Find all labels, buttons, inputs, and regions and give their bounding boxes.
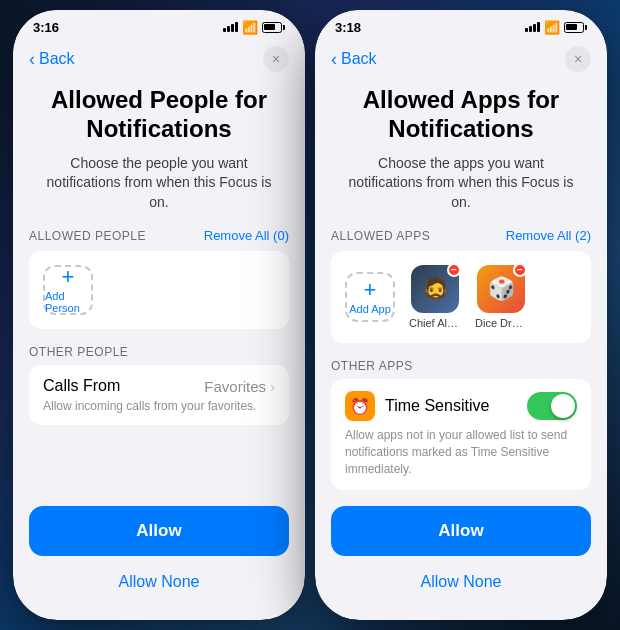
ts-label: Time Sensitive xyxy=(385,397,489,415)
status-bar-2: 3:18 📶 xyxy=(315,10,607,38)
ts-hint: Allow apps not in your allowed list to s… xyxy=(345,427,577,477)
badge-minus-1: − xyxy=(451,265,457,275)
add-app-label: Add App xyxy=(349,303,391,315)
calls-row: Calls From Favorites › xyxy=(43,377,275,395)
phone-1: 3:16 📶 ‹ Back xyxy=(13,10,305,620)
allow-none-button-1[interactable]: Allow None xyxy=(29,564,289,600)
calls-value[interactable]: Favorites › xyxy=(204,378,275,395)
calls-label: Calls From xyxy=(43,377,120,395)
allow-button-1[interactable]: Allow xyxy=(29,506,289,556)
add-person-button[interactable]: + Add Person xyxy=(43,265,93,315)
app-name-2: Dice Dreams xyxy=(475,317,527,329)
back-button-1[interactable]: ‹ Back xyxy=(29,50,75,68)
allow-none-button-2[interactable]: Allow None xyxy=(331,564,591,600)
time-sensitive-left: ⏰ Time Sensitive xyxy=(345,391,489,421)
chevron-left-icon-2: ‹ xyxy=(331,50,337,68)
section-header-2: Allowed Apps Remove All (2) xyxy=(331,228,591,243)
people-grid-card: + Add Person xyxy=(29,251,289,329)
app-icon-wrapper-1: 🧔 − xyxy=(411,265,459,313)
app-item-2: 🎲 − Dice Dreams xyxy=(475,265,527,329)
wifi-icon-2: 📶 xyxy=(544,20,560,35)
back-label-2: Back xyxy=(341,50,377,68)
content-2: Allowed Apps for Notifications Choose th… xyxy=(315,78,607,496)
bottom-buttons-2: Allow Allow None xyxy=(315,496,607,620)
time-sensitive-card: ⏰ Time Sensitive Allow apps not in your … xyxy=(331,379,591,489)
close-button-2[interactable]: × xyxy=(565,46,591,72)
back-button-2[interactable]: ‹ Back xyxy=(331,50,377,68)
calls-card: Calls From Favorites › Allow incoming ca… xyxy=(29,365,289,425)
content-1: Allowed People for Notifications Choose … xyxy=(13,78,305,496)
bottom-buttons-1: Allow Allow None xyxy=(13,496,305,620)
status-icons-2: 📶 xyxy=(525,20,588,35)
close-button-1[interactable]: × xyxy=(263,46,289,72)
remove-all-button-1[interactable]: Remove All (0) xyxy=(204,228,289,243)
status-icons-1: 📶 xyxy=(223,20,286,35)
section-label-1: Allowed People xyxy=(29,229,146,243)
section-label-2: Allowed Apps xyxy=(331,229,430,243)
app-name-1: Chief Almi... xyxy=(409,317,461,329)
back-label-1: Back xyxy=(39,50,75,68)
status-bar-1: 3:16 📶 xyxy=(13,10,305,38)
page-subtitle-1: Choose the people you want notifications… xyxy=(29,154,289,213)
page-title-2: Allowed Apps for Notifications xyxy=(331,86,591,144)
close-icon-1: × xyxy=(272,51,280,67)
other-section-label-1: OTHER PEOPLE xyxy=(29,345,289,359)
page-title-1: Allowed People for Notifications xyxy=(29,86,289,144)
close-icon-2: × xyxy=(574,51,582,67)
section-header-1: Allowed People Remove All (0) xyxy=(29,228,289,243)
battery-icon-1 xyxy=(262,22,286,33)
chevron-right-icon-calls: › xyxy=(270,378,275,395)
add-person-label: Add Person xyxy=(45,290,91,314)
time-sensitive-icon: ⏰ xyxy=(345,391,375,421)
time-sensitive-toggle[interactable] xyxy=(527,392,577,420)
signal-icon-1 xyxy=(223,22,238,32)
wifi-icon-1: 📶 xyxy=(242,20,258,35)
calls-value-text: Favorites xyxy=(204,378,266,395)
battery-icon-2 xyxy=(564,22,588,33)
phone-2: 3:18 📶 ‹ Back xyxy=(315,10,607,620)
signal-icon-2 xyxy=(525,22,540,32)
allow-button-2[interactable]: Allow xyxy=(331,506,591,556)
time-sensitive-row: ⏰ Time Sensitive xyxy=(345,391,577,421)
nav-bar-2: ‹ Back × xyxy=(315,38,607,78)
plus-icon-2: + xyxy=(364,279,377,301)
status-time-1: 3:16 xyxy=(33,20,59,35)
calls-hint: Allow incoming calls from your favorites… xyxy=(43,399,275,413)
phone-2-screen: 3:18 📶 ‹ Back xyxy=(315,10,607,620)
apps-grid-card: + Add App 🧔 − Chief Almi... 🎲 − Dice D xyxy=(331,251,591,343)
phone-1-screen: 3:16 📶 ‹ Back xyxy=(13,10,305,620)
app-item-1: 🧔 − Chief Almi... xyxy=(409,265,461,329)
nav-bar-1: ‹ Back × xyxy=(13,38,305,78)
badge-minus-2: − xyxy=(517,265,523,275)
other-section-label-2: OTHER APPS xyxy=(331,359,591,373)
app-icon-wrapper-2: 🎲 − xyxy=(477,265,525,313)
chevron-left-icon-1: ‹ xyxy=(29,50,35,68)
remove-all-button-2[interactable]: Remove All (2) xyxy=(506,228,591,243)
plus-icon-1: + xyxy=(62,266,75,288)
add-app-button[interactable]: + Add App xyxy=(345,272,395,322)
status-time-2: 3:18 xyxy=(335,20,361,35)
page-subtitle-2: Choose the apps you want notifications f… xyxy=(331,154,591,213)
